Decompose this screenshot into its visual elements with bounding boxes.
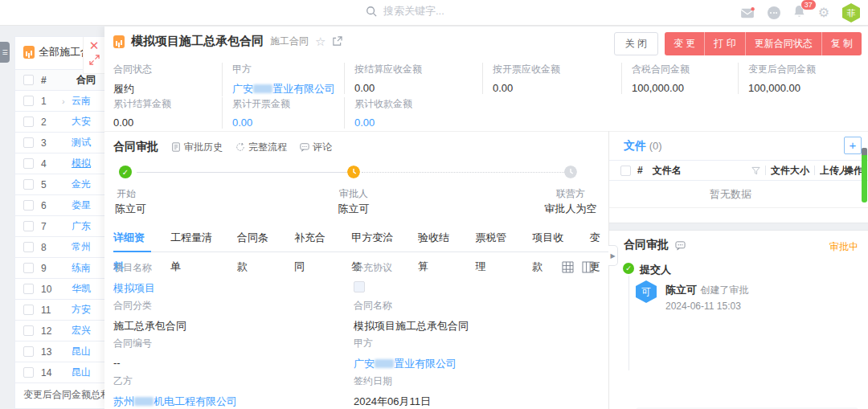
row-checkbox[interactable] xyxy=(23,200,34,211)
mail-icon[interactable] xyxy=(740,7,755,18)
chat-icon[interactable] xyxy=(768,6,780,19)
table-row[interactable]: 12 宏兴 xyxy=(15,321,104,342)
tab-change[interactable]: 变更 xyxy=(589,223,608,252)
party-b-link[interactable]: 苏州机电工程有限公司 xyxy=(113,395,237,407)
flow-node-done-icon: ✓ xyxy=(119,166,132,178)
contract-link[interactable]: 金光 xyxy=(72,178,91,191)
supplement-checkbox[interactable] xyxy=(354,281,365,292)
table-row[interactable]: 8 常州 xyxy=(15,237,104,258)
change-button[interactable]: 变 更 xyxy=(665,32,704,55)
detail-tabs: 详细资料 工程量清单 合同条款 补充合同 甲方变洽签 验收结算 票税管理 项目收… xyxy=(113,223,608,252)
copy-button[interactable]: 复 制 xyxy=(821,32,862,55)
contract-link[interactable]: 娄星 xyxy=(72,198,91,212)
print-button[interactable]: 打 印 xyxy=(704,32,744,55)
contract-link[interactable]: 云南 xyxy=(72,94,91,108)
collapse-right-panel-handle[interactable]: ▶ xyxy=(608,245,618,266)
tab-party-a-change[interactable]: 甲方变洽签 xyxy=(351,223,399,252)
comments-link[interactable]: 评论 xyxy=(300,141,332,154)
row-checkbox[interactable] xyxy=(23,284,34,294)
tab-supplement[interactable]: 补充合同 xyxy=(294,223,332,252)
row-index: 12 xyxy=(41,325,62,337)
project-link[interactable]: 模拟项目 xyxy=(113,282,155,294)
row-checkbox[interactable] xyxy=(23,305,34,315)
row-checkbox[interactable] xyxy=(23,263,34,273)
contract-link[interactable]: 宏兴 xyxy=(72,324,91,337)
total-invoice-link[interactable]: 0.00 xyxy=(232,117,252,129)
contract-link[interactable]: 昆山 xyxy=(72,366,91,379)
gear-icon[interactable]: ⚙ xyxy=(818,6,829,19)
table-row[interactable]: 10 华凯 xyxy=(15,279,104,300)
sidebar-expand-handle[interactable]: ☰ xyxy=(0,42,10,63)
tab-detail-info[interactable]: 详细资料 xyxy=(113,223,151,252)
filter-icon[interactable] xyxy=(751,166,760,175)
table-row[interactable]: 7 广东 xyxy=(15,216,104,237)
tab-terms[interactable]: 合同条款 xyxy=(237,223,275,252)
row-index: 2 xyxy=(41,117,62,128)
favorite-star-icon[interactable]: ☆ xyxy=(315,35,326,49)
flow-node-title: 审批人 xyxy=(297,187,410,201)
row-checkbox[interactable] xyxy=(23,158,34,169)
select-all-checkbox[interactable] xyxy=(23,75,34,85)
contract-link[interactable]: 华凯 xyxy=(72,282,91,296)
table-row[interactable]: 5 金光 xyxy=(15,174,104,195)
row-checkbox[interactable] xyxy=(23,346,34,357)
flow-node-name: 陈立可 xyxy=(115,202,146,216)
expand-panel-icon[interactable] xyxy=(89,55,100,65)
table-row[interactable]: 4 模拟 xyxy=(15,153,104,174)
tab-project-receipt[interactable]: 项目收款 xyxy=(532,223,570,252)
page-scrollbar[interactable] xyxy=(862,148,867,202)
tab-invoice-tax[interactable]: 票税管理 xyxy=(475,223,513,252)
history-doc-icon xyxy=(171,142,181,152)
field-recv-by-settle: 按结算应收金额 0.00 xyxy=(344,63,482,94)
comment-bubble-icon[interactable] xyxy=(675,240,686,251)
row-checkbox[interactable] xyxy=(23,137,34,148)
notifications[interactable]: 37 xyxy=(793,5,805,21)
contract-link[interactable]: 大安 xyxy=(72,115,91,129)
global-search[interactable] xyxy=(366,5,504,17)
tab-acceptance[interactable]: 验收结算 xyxy=(418,223,456,252)
contract-link-selected[interactable]: 模拟 xyxy=(72,157,91,170)
contract-link[interactable]: 方安 xyxy=(72,303,91,317)
contract-link[interactable]: 练南 xyxy=(72,261,91,275)
grid-view-icon[interactable] xyxy=(562,261,574,273)
expand-chevron-icon[interactable]: › xyxy=(62,96,72,106)
redacted-text xyxy=(253,84,272,93)
table-row[interactable]: 9 练南 xyxy=(15,258,104,279)
tab-boq[interactable]: 工程量清单 xyxy=(170,223,218,252)
table-row[interactable]: 3 测试 xyxy=(15,133,104,153)
table-row[interactable]: 13 昆山 xyxy=(15,342,104,362)
row-checkbox[interactable] xyxy=(23,117,34,127)
table-row[interactable]: 6 娄星 xyxy=(15,195,104,216)
files-select-all-checkbox[interactable] xyxy=(620,166,631,176)
table-row[interactable]: 2 大安 xyxy=(15,112,104,133)
row-checkbox[interactable] xyxy=(23,96,34,106)
row-checkbox[interactable] xyxy=(23,179,34,190)
search-input[interactable] xyxy=(383,5,504,17)
close-panel-icon[interactable]: ✕ xyxy=(89,37,100,55)
open-external-icon[interactable] xyxy=(332,36,342,47)
field-party-a: 甲方 广安置业有限公司 xyxy=(222,63,344,96)
user-avatar[interactable]: 菲 xyxy=(842,3,860,22)
contract-link[interactable]: 测试 xyxy=(72,136,91,149)
contract-link[interactable]: 昆山 xyxy=(72,345,91,358)
row-checkbox[interactable] xyxy=(23,242,34,252)
table-row[interactable]: 14 昆山 xyxy=(15,362,104,383)
contract-link[interactable]: 广东 xyxy=(72,219,91,233)
row-checkbox[interactable] xyxy=(23,325,34,336)
add-file-button[interactable]: + xyxy=(844,137,862,154)
update-status-button[interactable]: 更新合同状态 xyxy=(745,32,821,55)
contract-link[interactable]: 常州 xyxy=(72,240,91,254)
row-checkbox[interactable] xyxy=(23,367,34,378)
files-col-action: 操作 xyxy=(844,164,863,178)
party-a-link[interactable]: 广安置业有限公司 xyxy=(354,358,457,370)
table-row[interactable]: 11 方安 xyxy=(15,300,104,321)
row-checkbox[interactable] xyxy=(23,221,34,231)
close-button[interactable]: 关 闭 xyxy=(614,32,658,55)
party-a-link[interactable]: 广安置业有限公司 xyxy=(232,83,335,95)
field-amount-with-tax: 含税合同金额 100,000.00 xyxy=(621,63,738,94)
approval-history-link[interactable]: 审批历史 xyxy=(171,141,223,154)
full-process-link[interactable]: 完整流程 xyxy=(235,141,287,154)
total-received-link[interactable]: 0.00 xyxy=(354,117,375,129)
column-settings-icon[interactable] xyxy=(582,261,594,273)
table-row[interactable]: 1 › 云南 xyxy=(15,91,104,112)
